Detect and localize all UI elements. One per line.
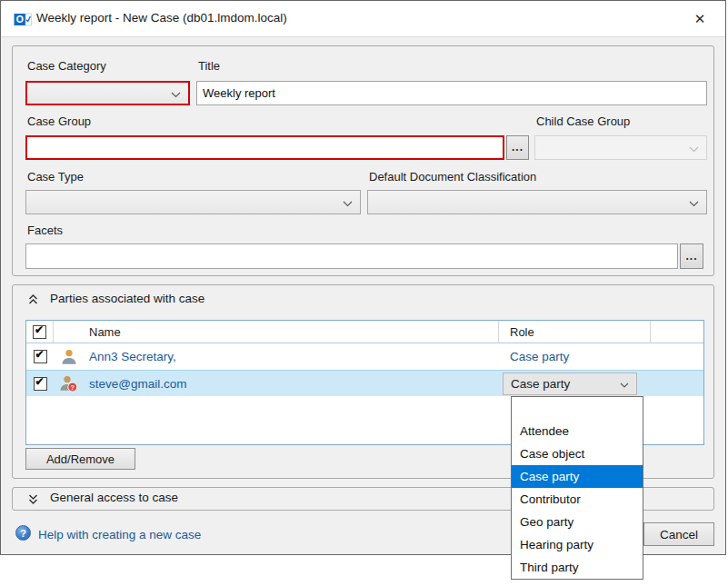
table-row[interactable]: ✔ Ann3 Secretary, Case party <box>26 343 703 370</box>
screen: O Weekly report - New Case (db01.lmdom.l… <box>0 0 728 586</box>
party-name[interactable]: steve@gmail.com <box>84 371 499 396</box>
chevron-down-icon <box>171 85 181 102</box>
dropdown-option[interactable]: Hearing party <box>512 533 643 556</box>
case-type-select[interactable] <box>25 190 361 214</box>
dropdown-option-selected[interactable]: Case party <box>512 465 643 488</box>
outlook-app-icon: O <box>14 12 32 31</box>
dropdown-option[interactable]: Third party <box>512 556 643 579</box>
case-category-select[interactable] <box>25 81 190 105</box>
select-all-checkbox[interactable]: ✔ <box>33 325 46 339</box>
chevron-down-icon <box>689 194 699 211</box>
window-title: Weekly report - New Case (db01.lmdom.loc… <box>36 11 287 25</box>
person-icon <box>54 348 84 366</box>
help-icon[interactable]: ? <box>15 525 31 541</box>
column-header-role[interactable]: Role <box>499 321 651 343</box>
help-link[interactable]: Help with creating a new case <box>38 528 201 541</box>
table-header-row: ✔ Name Role <box>26 321 703 343</box>
party-name[interactable]: Ann3 Secretary, <box>84 343 499 370</box>
person-unknown-icon: ? <box>54 374 84 392</box>
titlebar: O Weekly report - New Case (db01.lmdom.l… <box>1 1 725 37</box>
add-remove-button[interactable]: Add/Remove <box>25 448 135 470</box>
dropdown-option[interactable] <box>512 397 643 420</box>
row-checkbox[interactable]: ✔ <box>34 350 47 363</box>
facets-browse-button[interactable]: ... <box>680 243 703 269</box>
check-icon: ✔ <box>35 375 45 388</box>
general-access-section-header[interactable]: General access to case <box>50 491 178 504</box>
close-icon[interactable]: ✕ <box>687 8 713 30</box>
table-row[interactable]: ✔ ? steve@gmail.com Case party <box>26 370 703 396</box>
role-select-value: Case party <box>511 377 570 391</box>
chevron-down-icon <box>343 194 353 211</box>
column-header-name[interactable]: Name <box>84 321 499 343</box>
select-all-cell: ✔ <box>26 321 54 343</box>
chevron-double-up-icon[interactable] <box>27 293 39 309</box>
dropdown-option[interactable]: Attendee <box>512 420 643 442</box>
chevron-double-down-icon[interactable] <box>27 492 39 509</box>
svg-text:?: ? <box>71 383 75 392</box>
dropdown-option[interactable]: Geo party <box>512 511 643 533</box>
case-category-label: Case Category <box>27 59 106 73</box>
check-icon: ✔ <box>35 348 45 361</box>
role-dropdown-list: Attendee Case object Case party Contribu… <box>511 396 643 580</box>
child-case-group-label: Child Case Group <box>536 114 630 128</box>
case-group-label: Case Group <box>27 114 91 128</box>
chevron-down-icon <box>620 377 629 391</box>
title-input[interactable] <box>196 81 707 105</box>
dropdown-option[interactable]: Case object <box>512 442 643 465</box>
role-select[interactable]: Case party <box>503 372 637 395</box>
party-role[interactable]: Case party <box>499 343 651 370</box>
case-type-label: Case Type <box>27 170 84 184</box>
chevron-down-icon <box>689 140 699 156</box>
row-checkbox[interactable]: ✔ <box>34 377 47 391</box>
cancel-button[interactable]: Cancel <box>643 522 714 546</box>
child-case-group-select <box>534 135 707 160</box>
check-icon: ✔ <box>35 323 44 336</box>
facets-label: Facets <box>27 223 63 237</box>
default-document-classification-label: Default Document Classification <box>369 170 536 184</box>
dropdown-option[interactable]: Contributor <box>512 488 643 511</box>
facets-input[interactable] <box>25 243 678 269</box>
case-group-input[interactable] <box>25 135 504 160</box>
case-group-browse-button[interactable]: ... <box>506 135 529 160</box>
title-label: Title <box>198 59 220 73</box>
parties-section-header[interactable]: Parties associated with case <box>50 292 204 305</box>
default-document-classification-select[interactable] <box>367 190 707 214</box>
svg-text:O: O <box>16 14 24 25</box>
